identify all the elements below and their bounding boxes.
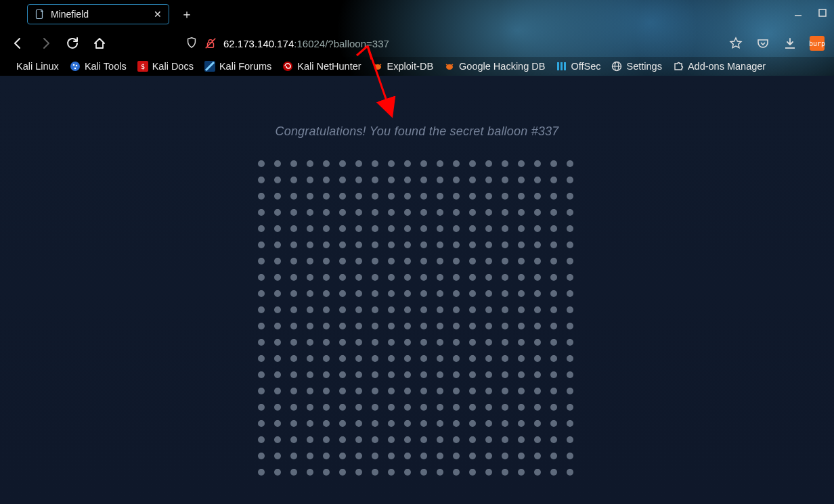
grid-dot[interactable] bbox=[534, 290, 541, 297]
bookmark-item[interactable]: Kali NetHunter bbox=[282, 61, 361, 72]
back-button[interactable] bbox=[9, 35, 27, 52]
grid-dot[interactable] bbox=[453, 469, 460, 476]
grid-dot[interactable] bbox=[550, 177, 557, 183]
grid-dot[interactable] bbox=[323, 339, 330, 346]
grid-dot[interactable] bbox=[307, 355, 313, 362]
grid-dot[interactable] bbox=[355, 388, 362, 394]
grid-dot[interactable] bbox=[469, 290, 476, 297]
grid-dot[interactable] bbox=[502, 290, 508, 297]
grid-dot[interactable] bbox=[290, 339, 297, 346]
grid-dot[interactable] bbox=[550, 436, 557, 443]
grid-dot[interactable] bbox=[404, 160, 411, 167]
grid-dot[interactable] bbox=[307, 209, 313, 216]
close-tab-icon[interactable]: ✕ bbox=[154, 9, 162, 20]
home-button[interactable] bbox=[91, 35, 108, 52]
grid-dot[interactable] bbox=[290, 209, 297, 216]
grid-dot[interactable] bbox=[404, 453, 411, 459]
grid-dot[interactable] bbox=[372, 160, 378, 167]
grid-dot[interactable] bbox=[339, 242, 346, 248]
bookmark-item[interactable]: Kali Forums bbox=[204, 61, 271, 72]
grid-dot[interactable] bbox=[567, 323, 573, 329]
grid-dot[interactable] bbox=[437, 404, 443, 411]
grid-dot[interactable] bbox=[290, 469, 297, 476]
grid-dot[interactable] bbox=[469, 371, 476, 378]
grid-dot[interactable] bbox=[437, 242, 443, 248]
grid-dot[interactable] bbox=[339, 160, 346, 167]
grid-dot[interactable] bbox=[307, 469, 313, 476]
grid-dot[interactable] bbox=[323, 290, 330, 297]
grid-dot[interactable] bbox=[420, 420, 427, 427]
grid-dot[interactable] bbox=[274, 242, 281, 248]
grid-dot[interactable] bbox=[388, 420, 395, 427]
grid-dot[interactable] bbox=[355, 193, 362, 200]
grid-dot[interactable] bbox=[404, 193, 411, 200]
grid-dot[interactable] bbox=[502, 404, 508, 411]
grid-dot[interactable] bbox=[502, 420, 508, 427]
grid-dot[interactable] bbox=[550, 160, 557, 167]
grid-dot[interactable] bbox=[404, 420, 411, 427]
grid-dot[interactable] bbox=[534, 193, 541, 200]
grid-dot[interactable] bbox=[323, 355, 330, 362]
pocket-icon[interactable] bbox=[755, 36, 770, 51]
grid-dot[interactable] bbox=[339, 404, 346, 411]
grid-dot[interactable] bbox=[437, 177, 443, 183]
grid-dot[interactable] bbox=[567, 388, 573, 394]
grid-dot[interactable] bbox=[485, 453, 492, 459]
grid-dot[interactable] bbox=[550, 193, 557, 200]
bookmark-item[interactable]: Google Hacking DB bbox=[444, 61, 545, 72]
grid-dot[interactable] bbox=[437, 453, 443, 459]
grid-dot[interactable] bbox=[307, 323, 313, 329]
grid-dot[interactable] bbox=[485, 355, 492, 362]
grid-dot[interactable] bbox=[339, 258, 346, 265]
grid-dot[interactable] bbox=[323, 420, 330, 427]
grid-dot[interactable] bbox=[339, 177, 346, 183]
grid-dot[interactable] bbox=[355, 420, 362, 427]
grid-dot[interactable] bbox=[290, 436, 297, 443]
grid-dot[interactable] bbox=[453, 420, 460, 427]
grid-dot[interactable] bbox=[420, 242, 427, 248]
grid-dot[interactable] bbox=[274, 290, 281, 297]
grid-dot[interactable] bbox=[307, 193, 313, 200]
grid-dot[interactable] bbox=[437, 274, 443, 281]
grid-dot[interactable] bbox=[274, 453, 281, 459]
grid-dot[interactable] bbox=[404, 355, 411, 362]
grid-dot[interactable] bbox=[355, 258, 362, 265]
grid-dot[interactable] bbox=[307, 436, 313, 443]
grid-dot[interactable] bbox=[258, 323, 265, 329]
grid-dot[interactable] bbox=[469, 160, 476, 167]
grid-dot[interactable] bbox=[258, 242, 265, 248]
grid-dot[interactable] bbox=[404, 209, 411, 216]
grid-dot[interactable] bbox=[437, 371, 443, 378]
grid-dot[interactable] bbox=[567, 404, 573, 411]
grid-dot[interactable] bbox=[420, 453, 427, 459]
grid-dot[interactable] bbox=[518, 420, 525, 427]
grid-dot[interactable] bbox=[469, 453, 476, 459]
grid-dot[interactable] bbox=[437, 355, 443, 362]
grid-dot[interactable] bbox=[307, 404, 313, 411]
grid-dot[interactable] bbox=[518, 306, 525, 313]
grid-dot[interactable] bbox=[372, 323, 378, 329]
grid-dot[interactable] bbox=[323, 388, 330, 394]
grid-dot[interactable] bbox=[307, 388, 313, 394]
grid-dot[interactable] bbox=[485, 420, 492, 427]
grid-dot[interactable] bbox=[534, 274, 541, 281]
grid-dot[interactable] bbox=[469, 355, 476, 362]
grid-dot[interactable] bbox=[420, 404, 427, 411]
grid-dot[interactable] bbox=[453, 404, 460, 411]
grid-dot[interactable] bbox=[323, 436, 330, 443]
grid-dot[interactable] bbox=[550, 225, 557, 232]
bookmark-item[interactable]: Add-ons Manager bbox=[673, 61, 766, 72]
bookmark-item[interactable]: Kali Tools bbox=[70, 61, 127, 72]
grid-dot[interactable] bbox=[258, 436, 265, 443]
grid-dot[interactable] bbox=[372, 193, 378, 200]
grid-dot[interactable] bbox=[469, 436, 476, 443]
grid-dot[interactable] bbox=[404, 469, 411, 476]
grid-dot[interactable] bbox=[437, 323, 443, 329]
grid-dot[interactable] bbox=[274, 306, 281, 313]
grid-dot[interactable] bbox=[453, 436, 460, 443]
grid-dot[interactable] bbox=[453, 355, 460, 362]
grid-dot[interactable] bbox=[518, 242, 525, 248]
grid-dot[interactable] bbox=[518, 193, 525, 200]
grid-dot[interactable] bbox=[502, 371, 508, 378]
grid-dot[interactable] bbox=[355, 242, 362, 248]
